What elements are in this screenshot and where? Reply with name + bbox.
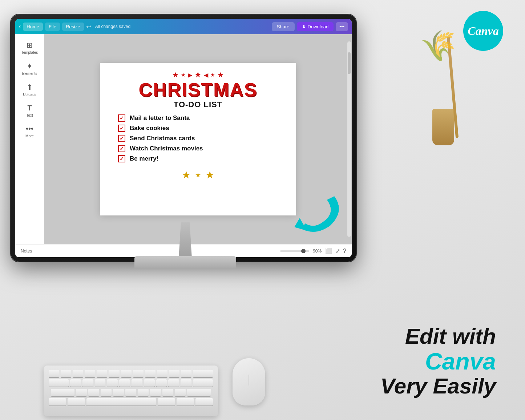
templates-icon: ⊞ xyxy=(27,41,33,49)
checkmark-5: ✓ xyxy=(120,156,124,162)
key xyxy=(73,370,83,377)
sidebar-elements[interactable]: ✦ Elements xyxy=(17,59,43,78)
fullscreen-icon[interactable]: ⤢ xyxy=(335,247,340,254)
arrow-svg xyxy=(280,189,345,233)
edit-with-label: Edit with xyxy=(405,324,496,348)
key xyxy=(169,370,179,377)
checkbox-5: ✓ xyxy=(118,155,125,162)
mouse-divider xyxy=(249,375,249,385)
key xyxy=(181,379,191,387)
key xyxy=(162,389,173,396)
sidebar-uploads[interactable]: ⬆ Uploads xyxy=(17,80,43,100)
scrollbar-right[interactable] xyxy=(347,41,351,237)
text-icon: T xyxy=(27,104,32,112)
uploads-label: Uploads xyxy=(23,93,36,97)
key xyxy=(145,370,156,377)
very-easily-label: Very Easily xyxy=(380,374,496,398)
todo-item-4: ✓ Watch Christmas movies xyxy=(118,145,289,152)
key xyxy=(125,389,136,396)
key xyxy=(113,389,124,396)
bottom-text-area: Edit with Canva Very Easily xyxy=(380,324,496,399)
bottom-icons: ⬜ ⤢ ? xyxy=(325,247,346,254)
key xyxy=(119,379,130,387)
notes-label: Notes xyxy=(21,249,32,254)
todo-items: ✓ Mail a letter to Santa ✓ Bake cookies … xyxy=(107,114,289,165)
key xyxy=(121,370,132,377)
download-icon: ⬇ xyxy=(302,24,306,29)
todo-text-4: Watch Christmas movies xyxy=(130,145,203,152)
templates-label: Templates xyxy=(21,51,38,54)
key xyxy=(49,398,66,405)
design-canvas: ★ ★ ▶ ★ ◀ ★ ★ CHRISTMAS TO-DO LIST xyxy=(100,63,296,215)
zoom-thumb xyxy=(301,249,306,253)
todo-item-1: ✓ Mail a letter to Santa xyxy=(118,114,289,122)
key xyxy=(49,379,69,387)
undo-icon: ↩ xyxy=(86,23,91,30)
uploads-icon: ⬆ xyxy=(27,83,33,92)
canva-sidebar: ⊞ Templates ✦ Elements ⬆ Uploads T Text xyxy=(15,34,44,244)
key xyxy=(51,389,74,396)
sidebar-more[interactable]: ••• More xyxy=(17,122,43,141)
share-button[interactable]: Share xyxy=(272,22,295,31)
todo-item-3: ✓ Send Christmas cards xyxy=(118,135,289,142)
monitor: ‹ Home File Resize ↩ All changes saved S… xyxy=(11,15,360,291)
todo-text-1: Mail a letter to Santa xyxy=(130,114,190,122)
key xyxy=(144,379,155,387)
checkmark-4: ✓ xyxy=(120,146,124,152)
canva-logo-text: Canva xyxy=(468,24,498,38)
todo-item-2: ✓ Bake cookies xyxy=(118,125,289,132)
key xyxy=(101,389,112,396)
key xyxy=(95,379,106,387)
todo-subtitle: TO-DO LIST xyxy=(174,100,222,109)
key xyxy=(175,389,186,396)
download-button[interactable]: ⬇ Download xyxy=(297,22,334,31)
scrollbar-thumb xyxy=(348,52,351,74)
canva-logo-badge: Canva xyxy=(463,11,503,51)
help-icon[interactable]: ? xyxy=(343,248,346,254)
key xyxy=(85,370,95,377)
todo-item-5: ✓ Be merry! xyxy=(118,155,289,162)
download-label: Download xyxy=(308,24,329,29)
todo-text-3: Send Christmas cards xyxy=(130,135,195,142)
key xyxy=(150,389,161,396)
christmas-title: CHRISTMAS xyxy=(138,80,257,99)
text-label: Text xyxy=(26,113,33,117)
back-button[interactable]: ‹ xyxy=(19,23,21,30)
checkmark-3: ✓ xyxy=(120,136,124,141)
key xyxy=(177,398,194,405)
key xyxy=(109,370,119,377)
key xyxy=(187,389,211,396)
key xyxy=(107,379,118,387)
checkmark-1: ✓ xyxy=(120,115,124,121)
checkbox-3: ✓ xyxy=(118,135,125,142)
keyboard xyxy=(44,366,218,416)
resize-button[interactable]: Resize xyxy=(62,23,84,31)
key xyxy=(61,370,71,377)
arrow-area xyxy=(280,189,345,234)
zoom-slider[interactable] xyxy=(280,250,309,252)
key xyxy=(168,379,179,387)
key xyxy=(138,389,149,396)
checkmark-2: ✓ xyxy=(120,125,124,131)
more-options-button[interactable]: ••• xyxy=(336,22,348,31)
plant-decoration: 🌾 xyxy=(419,26,461,66)
canva-brand-label: Canva xyxy=(425,348,496,375)
key xyxy=(88,389,99,396)
key xyxy=(193,379,213,387)
key xyxy=(76,389,87,396)
home-button[interactable]: Home xyxy=(23,23,43,31)
todo-text-2: Bake cookies xyxy=(130,125,169,132)
mouse xyxy=(233,358,265,405)
save-status: All changes saved xyxy=(95,24,130,29)
frame-icon[interactable]: ⬜ xyxy=(325,247,332,254)
key xyxy=(156,379,167,387)
key xyxy=(132,379,142,387)
sidebar-text[interactable]: T Text xyxy=(17,101,43,120)
more-icon: ••• xyxy=(26,125,33,133)
file-button[interactable]: File xyxy=(45,23,60,31)
edit-with-text: Edit with xyxy=(380,324,496,348)
key xyxy=(97,370,107,377)
sidebar-templates[interactable]: ⊞ Templates xyxy=(17,38,43,57)
key xyxy=(49,370,59,377)
checkbox-1: ✓ xyxy=(118,114,125,122)
